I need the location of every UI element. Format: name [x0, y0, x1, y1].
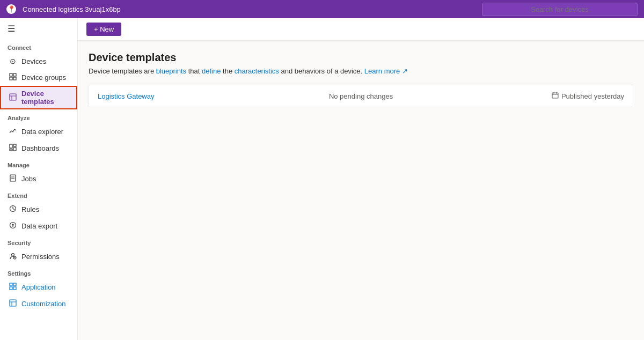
rules-icon	[9, 205, 17, 214]
app-logo	[6, 4, 16, 14]
search-input[interactable]	[482, 3, 638, 16]
svg-rect-9	[13, 147, 16, 151]
section-extend: Extend	[0, 187, 77, 201]
svg-rect-25	[10, 287, 12, 290]
desc-mid2: the	[221, 67, 234, 75]
sidebar-item-application[interactable]: Application	[0, 279, 77, 295]
page-content: Device templates Device templates are bl…	[78, 41, 644, 340]
svg-rect-1	[13, 73, 16, 76]
sidebar-item-device-groups[interactable]: Device groups	[0, 69, 77, 86]
svg-rect-7	[10, 144, 12, 148]
template-table: Logistics Gateway No pending changes Pub…	[89, 85, 633, 107]
svg-rect-2	[10, 77, 12, 80]
application-icon	[9, 283, 17, 292]
learn-more-link[interactable]: Learn more ↗	[364, 67, 408, 75]
table-row: Logistics Gateway No pending changes Pub…	[89, 85, 633, 107]
external-link-icon: ↗	[402, 67, 408, 75]
customization-icon	[9, 299, 17, 308]
published-text: Published yesterday	[561, 92, 624, 100]
desc-characteristics: characteristics	[235, 67, 279, 75]
section-manage: Manage	[0, 157, 77, 171]
sidebar-item-permissions-label: Permissions	[21, 253, 60, 261]
desc-pre: Device templates are	[89, 67, 156, 75]
svg-point-19	[12, 254, 14, 256]
desc-define: define	[202, 67, 221, 75]
permissions-icon	[9, 252, 17, 261]
topbar: Connected logistics 3vuaj1x6bp	[0, 0, 644, 18]
sidebar-item-data-explorer[interactable]: Data explorer	[0, 123, 77, 140]
svg-rect-3	[13, 77, 16, 80]
hamburger-button[interactable]: ☰	[0, 18, 77, 39]
sidebar-item-data-export[interactable]: Data export	[0, 218, 77, 234]
page-description: Device templates are blueprints that def…	[89, 67, 633, 75]
sidebar-item-jobs[interactable]: Jobs	[0, 171, 77, 187]
sidebar-item-devices-label: Devices	[21, 57, 46, 65]
published-icon	[552, 92, 559, 100]
sidebar-item-application-label: Application	[21, 283, 56, 291]
template-name[interactable]: Logistics Gateway	[98, 92, 266, 100]
svg-rect-30	[552, 93, 558, 98]
desc-mid: that	[186, 67, 202, 75]
template-published: Published yesterday	[456, 92, 624, 100]
jobs-icon	[9, 174, 17, 183]
data-export-icon	[9, 221, 17, 231]
section-security: Security	[0, 234, 77, 248]
page-title: Device templates	[89, 51, 633, 64]
app-title: Connected logistics 3vuaj1x6bp	[23, 5, 475, 13]
hamburger-icon: ☰	[8, 24, 15, 34]
sidebar-item-dashboards-label: Dashboards	[21, 144, 59, 152]
sidebar-item-customization[interactable]: Customization	[0, 295, 77, 312]
sidebar-item-permissions[interactable]: Permissions	[0, 248, 77, 265]
svg-rect-11	[10, 175, 16, 181]
svg-rect-10	[10, 149, 12, 151]
sidebar-item-device-templates-label: Device templates	[21, 90, 70, 106]
body-row: ☰ Connect ⊙ Devices Device groups	[0, 18, 644, 340]
svg-rect-23	[10, 283, 12, 286]
sidebar-item-data-explorer-label: Data explorer	[21, 128, 63, 136]
new-button[interactable]: + New	[86, 23, 121, 36]
device-groups-icon	[9, 73, 17, 82]
sidebar-item-devices[interactable]: ⊙ Devices	[0, 53, 77, 69]
svg-rect-27	[10, 300, 16, 306]
desc-end: and behaviors of a device.	[279, 67, 362, 75]
sidebar-item-rules-label: Rules	[21, 205, 39, 213]
svg-rect-26	[13, 287, 16, 290]
toolbar: + New	[78, 18, 644, 41]
svg-rect-4	[10, 94, 16, 100]
section-analyze: Analyze	[0, 109, 77, 123]
sidebar-item-customization-label: Customization	[21, 300, 65, 308]
section-connect: Connect	[0, 39, 77, 53]
learn-more-text: Learn more	[364, 67, 400, 75]
template-status: No pending changes	[277, 92, 445, 100]
sidebar-item-dashboards[interactable]: Dashboards	[0, 140, 77, 157]
data-explorer-icon	[9, 127, 17, 136]
section-settings: Settings	[0, 265, 77, 279]
dashboards-icon	[9, 144, 17, 153]
sidebar-item-device-templates[interactable]: Device templates	[0, 86, 77, 109]
desc-blueprint: blueprints	[156, 67, 186, 75]
device-templates-icon	[9, 93, 17, 102]
devices-icon: ⊙	[9, 57, 17, 65]
svg-rect-24	[13, 283, 16, 286]
svg-line-16	[13, 209, 14, 210]
sidebar-item-data-export-label: Data export	[21, 222, 57, 230]
svg-rect-0	[10, 73, 12, 76]
sidebar-item-jobs-label: Jobs	[21, 175, 36, 183]
sidebar-item-device-groups-label: Device groups	[21, 73, 66, 82]
sidebar: ☰ Connect ⊙ Devices Device groups	[0, 18, 78, 340]
svg-rect-8	[13, 144, 16, 146]
sidebar-item-rules[interactable]: Rules	[0, 201, 77, 218]
main-content: + New Device templates Device templates …	[78, 18, 644, 340]
